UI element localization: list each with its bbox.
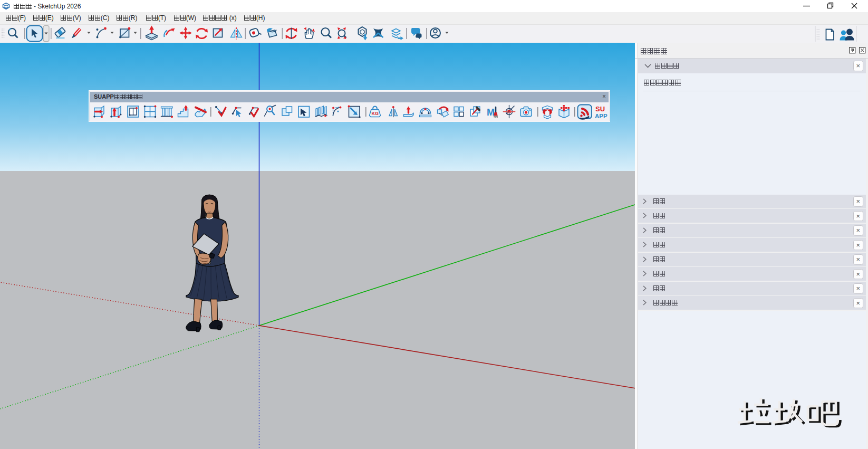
svg-text:KG: KG: [372, 111, 379, 116]
svg-text:M: M: [487, 107, 495, 118]
svg-text:APP: APP: [595, 113, 607, 119]
svg-text:SU: SU: [595, 105, 605, 113]
